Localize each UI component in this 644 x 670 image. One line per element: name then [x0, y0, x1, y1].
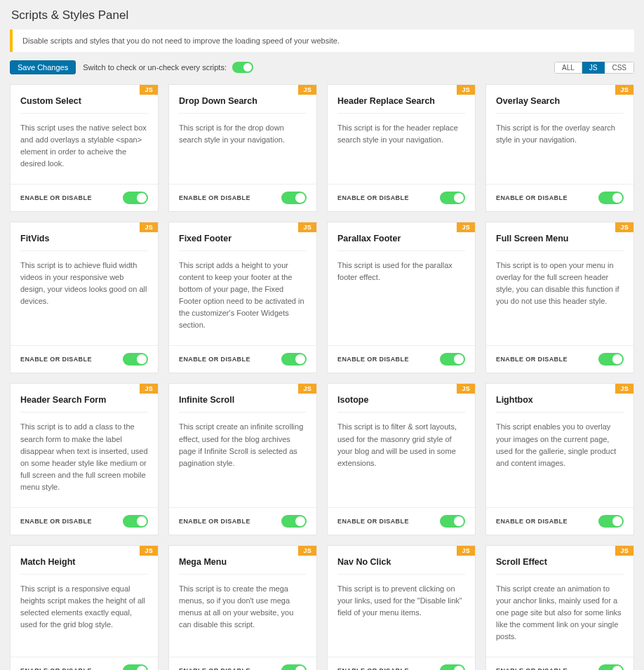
card: JSScroll EffectThis script create an ani…: [485, 545, 634, 670]
type-badge: JS: [140, 85, 158, 95]
enable-label: ENABLE OR DISABLE: [496, 667, 568, 670]
enable-toggle[interactable]: [123, 192, 148, 204]
card-title: Match Height: [20, 557, 148, 575]
card-title: Overlay Search: [496, 96, 624, 114]
card-title: Full Screen Menu: [496, 234, 624, 251]
enable-toggle[interactable]: [598, 515, 624, 528]
card: JSInfinite ScrollThis script create an i…: [168, 383, 317, 535]
switch-all-label: Switch to check or un-check every script…: [83, 63, 227, 72]
enable-toggle[interactable]: [440, 353, 465, 366]
enable-toggle[interactable]: [598, 664, 624, 670]
card-description: This script is to add a class to the sea…: [20, 421, 148, 507]
type-badge: JS: [140, 546, 158, 556]
enable-label: ENABLE OR DISABLE: [20, 356, 92, 363]
info-notice: Disable scripts and styles that you do n…: [10, 29, 634, 52]
card-title: Scroll Effect: [496, 557, 624, 575]
enable-toggle[interactable]: [123, 353, 148, 366]
filter-js[interactable]: JS: [582, 62, 605, 74]
card: JSFixed FooterThis script adds a height …: [168, 222, 317, 373]
enable-toggle[interactable]: [123, 664, 148, 670]
card-footer: ENABLE OR DISABLE: [328, 345, 475, 373]
enable-label: ENABLE OR DISABLE: [20, 667, 92, 670]
card-description: This script is to filter & sort layouts,…: [337, 421, 465, 507]
toolbar: Save Changes Switch to check or un-check…: [10, 60, 634, 74]
card: JSOverlay SearchThis script is for the o…: [485, 84, 634, 212]
card-footer: ENABLE OR DISABLE: [169, 184, 316, 211]
card-footer: ENABLE OR DISABLE: [328, 507, 475, 535]
card-description: This script is for the header replace se…: [337, 122, 465, 184]
card: JSParallax FooterThis script is used for…: [327, 222, 476, 373]
enable-toggle[interactable]: [281, 515, 307, 528]
card-footer: ENABLE OR DISABLE: [486, 507, 633, 535]
type-badge: JS: [615, 384, 633, 394]
card-description: This script is used for the parallax foo…: [337, 260, 465, 345]
type-badge: JS: [298, 546, 316, 556]
card-title: Fixed Footer: [179, 234, 307, 251]
card-footer: ENABLE OR DISABLE: [486, 345, 633, 373]
card: JSLightboxThis script enables you to ove…: [485, 383, 634, 535]
filter-group: ALL JS CSS: [554, 62, 634, 74]
card-title: Drop Down Search: [179, 96, 307, 114]
enable-toggle[interactable]: [123, 515, 148, 528]
filter-css[interactable]: CSS: [605, 62, 634, 74]
type-badge: JS: [615, 222, 633, 232]
card-footer: ENABLE OR DISABLE: [11, 507, 158, 535]
enable-label: ENABLE OR DISABLE: [337, 194, 409, 201]
enable-toggle[interactable]: [440, 515, 465, 528]
card-footer: ENABLE OR DISABLE: [169, 507, 316, 535]
enable-toggle[interactable]: [440, 192, 465, 204]
card: JSNav No ClickThis script is to prevent …: [327, 545, 476, 670]
card: JSHeader Replace SearchThis script is fo…: [327, 84, 476, 212]
type-badge: JS: [615, 546, 633, 556]
save-button[interactable]: Save Changes: [10, 60, 76, 74]
card: JSCustom SelectThis script uses the nati…: [10, 84, 159, 212]
card-title: Mega Menu: [179, 557, 307, 575]
enable-label: ENABLE OR DISABLE: [20, 518, 92, 525]
enable-label: ENABLE OR DISABLE: [179, 518, 250, 525]
type-badge: JS: [140, 222, 158, 232]
card-description: This script adds a height to your conten…: [179, 260, 307, 345]
card-footer: ENABLE OR DISABLE: [486, 184, 633, 211]
filter-all[interactable]: ALL: [554, 62, 582, 74]
switch-all-toggle[interactable]: [232, 62, 253, 73]
type-badge: JS: [298, 222, 316, 232]
enable-toggle[interactable]: [598, 192, 624, 204]
card-description: This script is to create the mega menus,…: [179, 583, 307, 657]
card-footer: ENABLE OR DISABLE: [169, 345, 316, 373]
enable-toggle[interactable]: [281, 353, 307, 366]
card: JSIsotopeThis script is to filter & sort…: [327, 383, 476, 535]
card-footer: ENABLE OR DISABLE: [11, 184, 158, 211]
card-description: This script is to achieve fluid width vi…: [20, 260, 148, 345]
card-footer: ENABLE OR DISABLE: [486, 657, 633, 670]
card-description: This script create an infinite scrolling…: [179, 421, 307, 507]
enable-toggle[interactable]: [598, 353, 624, 366]
card-description: This script is to prevent clicking on yo…: [337, 583, 465, 657]
card-title: Lightbox: [496, 395, 624, 413]
card-description: This script is for the overlay search st…: [496, 122, 624, 184]
enable-label: ENABLE OR DISABLE: [496, 518, 568, 525]
enable-label: ENABLE OR DISABLE: [496, 356, 568, 363]
card: JSHeader Search FormThis script is to ad…: [10, 383, 159, 535]
card-footer: ENABLE OR DISABLE: [328, 657, 475, 670]
card-title: Header Search Form: [20, 395, 148, 413]
card: JSDrop Down SearchThis script is for the…: [168, 84, 317, 212]
enable-label: ENABLE OR DISABLE: [337, 356, 409, 363]
enable-label: ENABLE OR DISABLE: [337, 667, 409, 670]
enable-toggle[interactable]: [281, 192, 307, 204]
type-badge: JS: [140, 384, 158, 394]
card-title: Parallax Footer: [337, 234, 465, 251]
type-badge: JS: [298, 85, 316, 95]
type-badge: JS: [615, 85, 633, 95]
type-badge: JS: [457, 546, 475, 556]
card-description: This script uses the native select box a…: [20, 122, 148, 184]
enable-label: ENABLE OR DISABLE: [179, 356, 250, 363]
card-title: Isotope: [337, 395, 465, 413]
enable-label: ENABLE OR DISABLE: [496, 194, 568, 201]
card-description: This script create an animation to your …: [496, 583, 624, 657]
cards-grid: JSCustom SelectThis script uses the nati…: [10, 84, 634, 670]
card: JSMatch HeightThis script is a responsiv…: [10, 545, 159, 670]
enable-toggle[interactable]: [440, 664, 465, 670]
page-title: Scripts & Styles Panel: [11, 8, 634, 22]
enable-toggle[interactable]: [281, 664, 307, 670]
card-footer: ENABLE OR DISABLE: [11, 657, 158, 670]
